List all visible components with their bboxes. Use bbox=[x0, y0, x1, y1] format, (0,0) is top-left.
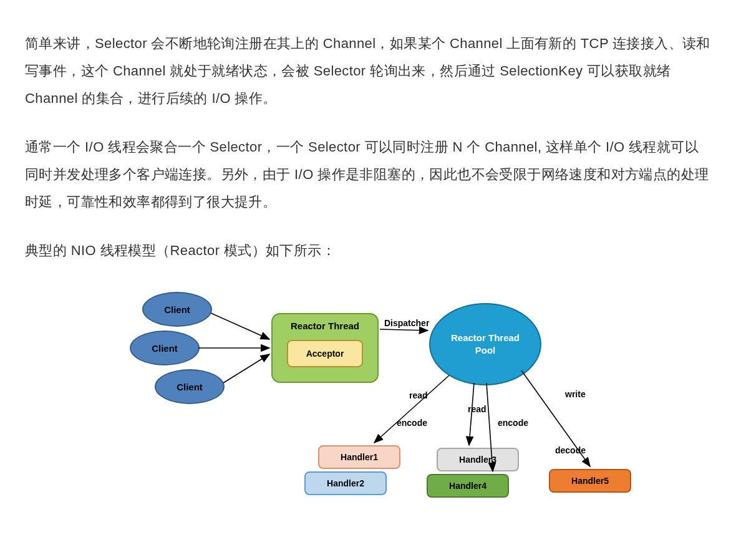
svg-line-5 bbox=[374, 375, 449, 443]
svg-line-3 bbox=[223, 354, 269, 383]
reactor-thread-box: Reactor Thread Acceptor bbox=[271, 313, 379, 383]
paragraph-1: 简单来讲，Selector 会不断地轮询注册在其上的 Channel，如果某个 … bbox=[25, 30, 711, 112]
handler-label: Handler4 bbox=[449, 481, 487, 491]
pool-label: Reactor Thread Pool bbox=[451, 332, 520, 357]
edge-label-read1: read bbox=[409, 390, 428, 400]
reactor-diagram: Client Client Client Reactor Thread Acce… bbox=[25, 289, 711, 514]
handler-3: Handler3 bbox=[437, 448, 519, 471]
client-label: Client bbox=[164, 304, 190, 315]
client-node-2: Client bbox=[130, 331, 200, 365]
reactor-thread-pool: Reactor Thread Pool bbox=[429, 303, 541, 385]
svg-line-6 bbox=[469, 383, 474, 445]
edge-label-read2: read bbox=[468, 404, 487, 414]
acceptor-label: Acceptor bbox=[306, 349, 344, 359]
handler-label: Handler2 bbox=[327, 478, 364, 488]
handler-label: Handler5 bbox=[571, 476, 609, 486]
svg-line-1 bbox=[211, 313, 269, 339]
paragraph-2: 通常一个 I/O 线程会聚合一个 Selector，一个 Selector 可以… bbox=[25, 133, 711, 216]
acceptor-box: Acceptor bbox=[287, 340, 363, 367]
client-node-1: Client bbox=[142, 292, 212, 327]
handler-5: Handler5 bbox=[549, 469, 631, 493]
edge-label-encode1: encode bbox=[397, 418, 427, 428]
client-label: Client bbox=[177, 382, 203, 392]
document-page: 简单来讲，Selector 会不断地轮询注册在其上的 Channel，如果某个 … bbox=[0, 0, 736, 560]
handler-4: Handler4 bbox=[427, 474, 509, 498]
handler-label: Handler1 bbox=[341, 452, 378, 462]
client-node-3: Client bbox=[155, 369, 225, 404]
svg-line-4 bbox=[380, 329, 428, 331]
handler-2: Handler2 bbox=[304, 471, 387, 495]
handler-label: Handler3 bbox=[459, 455, 496, 465]
paragraph-3: 典型的 NIO 线程模型（Reactor 模式）如下所示： bbox=[25, 237, 711, 264]
edge-label-write: write bbox=[565, 389, 586, 399]
client-label: Client bbox=[152, 343, 178, 354]
edge-label-decode: decode bbox=[555, 445, 586, 455]
edge-label-encode2: encode bbox=[498, 418, 528, 428]
reactor-thread-label: Reactor Thread bbox=[273, 321, 377, 331]
edge-label-dispatcher: Dispatcher bbox=[384, 318, 429, 328]
handler-1: Handler1 bbox=[318, 445, 400, 469]
